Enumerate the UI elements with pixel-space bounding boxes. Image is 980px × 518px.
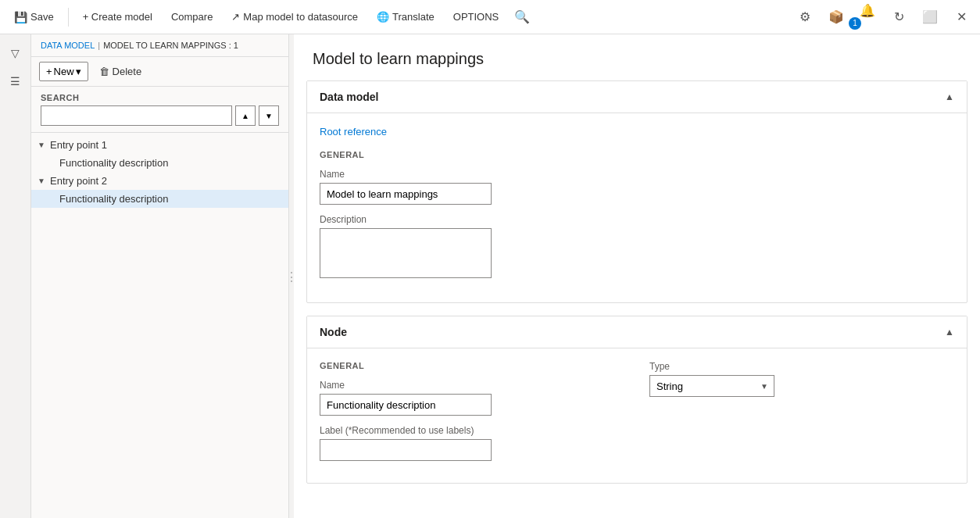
name-input-data-model[interactable] <box>320 183 492 205</box>
page-title: Model to learn mappings <box>294 34 980 80</box>
description-textarea[interactable] <box>320 228 492 278</box>
notification-badge: 1 <box>849 17 861 30</box>
notification-wrapper: 🔔 1 <box>855 0 880 36</box>
search-section: SEARCH ▲ ▼ <box>31 87 288 133</box>
data-model-section-header[interactable]: Data model ▲ <box>307 81 967 113</box>
settings-button[interactable]: ⚙ <box>792 5 817 30</box>
nav-down-button[interactable]: ▼ <box>259 105 279 126</box>
node-col-right: Type String Integer Boolean Date Real En… <box>649 361 954 470</box>
close-button[interactable]: ✕ <box>949 5 974 30</box>
expand-icon-2: ▼ <box>38 177 47 185</box>
breadcrumb-data-model[interactable]: DATA MODEL <box>41 41 95 50</box>
expand-icon-1: ▼ <box>38 141 47 149</box>
description-field-group: Description <box>320 214 954 280</box>
menu-icon-button[interactable]: ☰ <box>3 69 28 94</box>
name-label-node: Name <box>320 380 624 391</box>
icon-strip: ▽ ☰ <box>0 34 31 518</box>
type-select[interactable]: String Integer Boolean Date Real Enumera… <box>649 375 774 397</box>
bell-icon: 🔔 <box>860 3 875 18</box>
translate-button[interactable]: 🌐 Translate <box>369 6 442 27</box>
tree-item-entry-point-2[interactable]: ▼ Entry point 2 <box>31 172 288 190</box>
breadcrumb: DATA MODEL | MODEL TO LEARN MAPPINGS : 1 <box>31 34 288 57</box>
save-icon: 💾 <box>14 11 27 23</box>
translate-icon: 🌐 <box>377 11 389 23</box>
type-field-group-node: Type String Integer Boolean Date Real En… <box>649 361 954 397</box>
main-toolbar: 💾 Save + Create model Compare ↗ Map mode… <box>0 0 980 34</box>
new-button[interactable]: + New ▾ <box>39 62 88 81</box>
name-field-group-node: Name <box>320 380 624 416</box>
nav-up-button[interactable]: ▲ <box>235 105 256 126</box>
search-row: ▲ ▼ <box>41 105 279 126</box>
chevron-down-icon: ▾ <box>76 66 81 77</box>
node-section-body: GENERAL Name Label (*Recommended to use … <box>307 348 967 483</box>
map-model-button[interactable]: ↗ Map model to datasource <box>224 6 366 27</box>
filter-icon: ▽ <box>11 47 20 59</box>
search-label: SEARCH <box>41 93 279 102</box>
breadcrumb-separator: | <box>98 41 100 50</box>
general-label-node: GENERAL <box>320 361 624 370</box>
search-icon: 🔍 <box>514 9 530 24</box>
label-label-node: Label (*Recommended to use labels) <box>320 425 624 436</box>
name-input-node[interactable] <box>320 394 492 416</box>
search-input[interactable] <box>41 105 232 126</box>
tree: ▼ Entry point 1 Functionality descriptio… <box>31 133 288 518</box>
type-label-node: Type <box>649 361 954 372</box>
tree-child-func-desc-2[interactable]: Functionality description <box>31 190 288 208</box>
delete-button[interactable]: 🗑 Delete <box>93 63 148 80</box>
toolbar-right: ⚙ 📦 🔔 1 ↻ ⬜ ✕ <box>792 0 974 36</box>
search-toolbar-button[interactable]: 🔍 <box>510 5 535 30</box>
trash-icon: 🗑 <box>99 66 109 77</box>
type-select-wrapper: String Integer Boolean Date Real Enumera… <box>649 375 774 397</box>
node-collapse-icon: ▲ <box>945 327 954 338</box>
resize-handle[interactable] <box>289 34 294 518</box>
tree-item-entry-point-1[interactable]: ▼ Entry point 1 <box>31 136 288 154</box>
data-model-section: Data model ▲ Root reference GENERAL Name… <box>306 80 967 303</box>
save-button[interactable]: 💾 Save <box>6 6 62 28</box>
refresh-button[interactable]: ↻ <box>886 5 911 30</box>
menu-icon: ☰ <box>10 75 20 88</box>
settings-icon: ⚙ <box>799 9 810 24</box>
right-panel: Model to learn mappings Data model ▲ Roo… <box>294 34 980 518</box>
node-section: Node ▲ GENERAL Name Label (*Recommended … <box>306 316 967 484</box>
map-icon: ↗ <box>231 11 240 23</box>
tree-child-func-desc-1[interactable]: Functionality description <box>31 154 288 172</box>
plus-icon: + <box>46 66 52 77</box>
office-button[interactable]: 📦 <box>824 5 849 30</box>
options-button[interactable]: OPTIONS <box>445 6 507 27</box>
left-toolbar: + New ▾ 🗑 Delete <box>31 57 288 87</box>
label-input-node[interactable] <box>320 439 492 461</box>
filter-icon-button[interactable]: ▽ <box>3 41 28 66</box>
share-icon: ⬜ <box>922 9 938 24</box>
node-col-left: GENERAL Name Label (*Recommended to use … <box>320 361 624 470</box>
name-field-group-data-model: Name <box>320 169 954 205</box>
breadcrumb-current: MODEL TO LEARN MAPPINGS : 1 <box>103 41 238 50</box>
data-model-section-title: Data model <box>320 91 378 103</box>
node-section-header[interactable]: Node ▲ <box>307 316 967 348</box>
description-label: Description <box>320 214 954 225</box>
node-grid: GENERAL Name Label (*Recommended to use … <box>320 361 954 470</box>
create-model-button[interactable]: + Create model <box>75 6 160 27</box>
office-icon: 📦 <box>828 9 844 24</box>
main-layout: ▽ ☰ DATA MODEL | MODEL TO LEARN MAPPINGS… <box>0 34 980 518</box>
refresh-icon: ↻ <box>894 9 904 24</box>
general-label-data-model: GENERAL <box>320 150 954 159</box>
share-button[interactable]: ⬜ <box>917 5 942 30</box>
close-icon: ✕ <box>957 9 967 24</box>
compare-button[interactable]: Compare <box>163 6 220 27</box>
data-model-section-body: Root reference GENERAL Name Description <box>307 113 967 302</box>
label-field-group-node: Label (*Recommended to use labels) <box>320 425 624 461</box>
node-section-title: Node <box>320 326 347 338</box>
data-model-collapse-icon: ▲ <box>945 91 954 102</box>
toolbar-divider-1 <box>68 8 69 27</box>
name-label-data-model: Name <box>320 169 954 180</box>
left-panel: DATA MODEL | MODEL TO LEARN MAPPINGS : 1… <box>31 34 289 518</box>
root-reference-link[interactable]: Root reference <box>320 126 387 138</box>
